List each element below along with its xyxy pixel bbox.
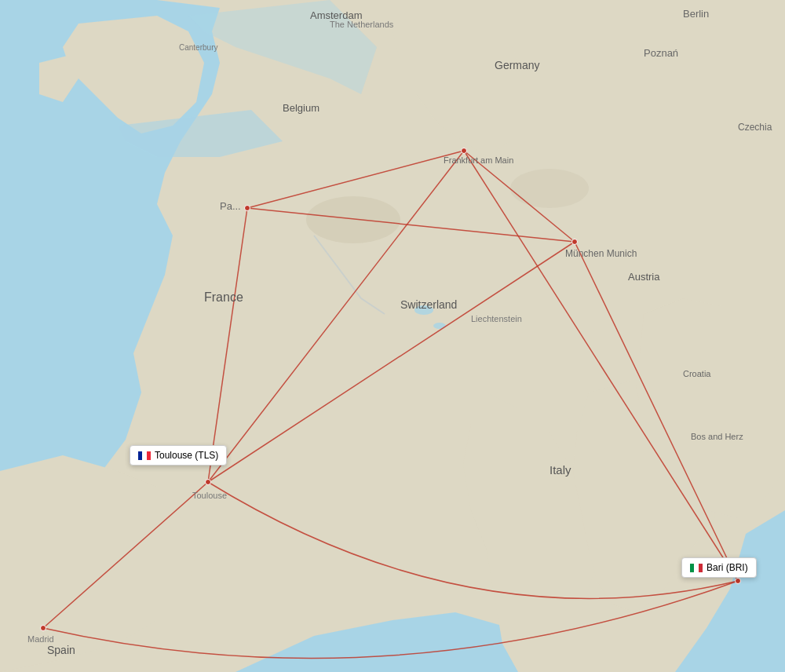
frankfurt-dot	[461, 148, 467, 154]
svg-point-4	[433, 323, 446, 329]
svg-point-2	[510, 169, 589, 208]
madrid-dot	[40, 625, 46, 631]
bari-dot	[735, 578, 741, 584]
toulouse-dot	[205, 479, 211, 485]
svg-point-3	[414, 305, 433, 315]
map-background	[0, 0, 785, 672]
svg-point-1	[306, 196, 400, 243]
paris-dot	[244, 205, 250, 211]
map-container: Toulouse (TLS) Bari (BRI) Amsterdam The …	[0, 0, 785, 672]
munich-dot	[571, 239, 578, 245]
